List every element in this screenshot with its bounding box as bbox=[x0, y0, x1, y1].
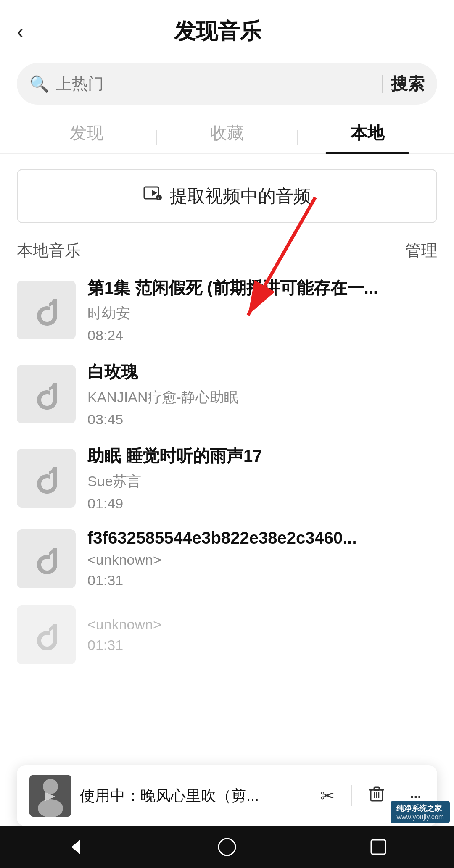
back-button[interactable]: ‹ bbox=[17, 21, 24, 42]
delete-button[interactable] bbox=[361, 786, 393, 806]
list-item[interactable]: <unknown> 01:31 bbox=[17, 597, 437, 673]
now-playing-label: 使用中：晚风心里吹（剪... bbox=[80, 786, 304, 806]
music-title: f3f632585544e3b822e38e2c3460... bbox=[87, 529, 382, 547]
music-artist: KANJIAN疗愈-静心助眠 bbox=[87, 388, 437, 407]
manage-button[interactable]: 管理 bbox=[405, 240, 437, 261]
music-duration: 08:24 bbox=[87, 327, 437, 344]
svg-point-17 bbox=[219, 839, 235, 855]
music-artist: <unknown> bbox=[87, 616, 437, 633]
tab-local[interactable]: 本地 bbox=[298, 121, 437, 153]
search-bar: 🔍 搜索 bbox=[17, 63, 437, 105]
music-list: 第1集 范闲假死 (前期播讲可能存在一... 时幼安 08:24 白玫瑰 KAN… bbox=[0, 268, 454, 673]
music-artist: 时幼安 bbox=[87, 304, 437, 323]
album-cover bbox=[17, 605, 76, 664]
nav-home-button[interactable] bbox=[216, 836, 238, 857]
list-item[interactable]: 助眠 睡觉时听的雨声17 Sue苏言 01:49 bbox=[17, 436, 437, 520]
album-cover bbox=[17, 529, 76, 588]
video-extract-icon: ♪ bbox=[143, 184, 162, 208]
header: ‹ 发现音乐 bbox=[0, 0, 454, 55]
search-icon: 🔍 bbox=[29, 75, 49, 93]
now-playing-bar: 使用中：晚风心里吹（剪... ✂ ··· bbox=[17, 765, 437, 826]
now-playing-cover bbox=[29, 775, 71, 817]
music-artist: Sue苏言 bbox=[87, 472, 437, 491]
tab-bar: 发现 收藏 本地 bbox=[0, 121, 454, 154]
watermark-line1: 纯净系统之家 bbox=[396, 803, 444, 813]
list-item[interactable]: 白玫瑰 KANJIAN疗愈-静心助眠 03:45 bbox=[17, 352, 437, 436]
svg-rect-12 bbox=[374, 787, 379, 790]
music-title: 白玫瑰 bbox=[87, 360, 382, 384]
svg-text:♪: ♪ bbox=[158, 195, 160, 200]
album-cover bbox=[17, 365, 76, 423]
music-info: 第1集 范闲假死 (前期播讲可能存在一... 时幼安 08:24 bbox=[87, 276, 437, 344]
tab-discover[interactable]: 发现 bbox=[17, 121, 156, 153]
list-item[interactable]: 第1集 范闲假死 (前期播讲可能存在一... 时幼安 08:24 bbox=[17, 268, 437, 352]
music-info: 助眠 睡觉时听的雨声17 Sue苏言 01:49 bbox=[87, 445, 437, 512]
music-info: f3f632585544e3b822e38e2c3460... <unknown… bbox=[87, 529, 437, 589]
search-divider bbox=[382, 75, 383, 93]
svg-marker-1 bbox=[152, 190, 157, 196]
music-duration: 03:45 bbox=[87, 411, 437, 428]
svg-point-7 bbox=[43, 779, 58, 794]
page-title: 发现音乐 bbox=[24, 17, 412, 46]
section-title: 本地音乐 bbox=[17, 240, 81, 261]
svg-rect-18 bbox=[371, 840, 385, 854]
album-cover bbox=[17, 449, 76, 508]
music-title: 助眠 睡觉时听的雨声17 bbox=[87, 445, 382, 468]
nav-back-button[interactable] bbox=[65, 836, 86, 857]
music-duration: 01:31 bbox=[87, 572, 437, 589]
nav-recents-button[interactable] bbox=[368, 836, 389, 857]
bottom-nav bbox=[0, 826, 454, 868]
svg-marker-16 bbox=[71, 840, 80, 854]
music-duration: 01:49 bbox=[87, 495, 437, 512]
album-cover bbox=[17, 281, 76, 339]
music-artist: <unknown> bbox=[87, 552, 437, 568]
svg-point-8 bbox=[38, 799, 63, 817]
music-duration: 01:31 bbox=[87, 637, 437, 653]
list-item[interactable]: f3f632585544e3b822e38e2c3460... <unknown… bbox=[17, 520, 437, 597]
scissors-button[interactable]: ✂ bbox=[312, 786, 343, 805]
music-info: <unknown> 01:31 bbox=[87, 616, 437, 653]
watermark-line2: www.youjiy.com bbox=[396, 813, 444, 821]
tab-favorites[interactable]: 收藏 bbox=[157, 121, 297, 153]
search-button[interactable]: 搜索 bbox=[391, 72, 425, 95]
music-info: 白玫瑰 KANJIAN疗愈-静心助眠 03:45 bbox=[87, 360, 437, 428]
music-title: 第1集 范闲假死 (前期播讲可能存在一... bbox=[87, 276, 382, 300]
extract-btn-label: 提取视频中的音频 bbox=[170, 184, 311, 208]
now-playing-divider bbox=[351, 785, 352, 806]
cover-person-image bbox=[29, 775, 71, 817]
watermark: 纯净系统之家 www.youjiy.com bbox=[391, 801, 450, 823]
extract-video-button[interactable]: ♪ 提取视频中的音频 bbox=[17, 169, 437, 223]
search-input[interactable] bbox=[56, 75, 373, 93]
section-header: 本地音乐 管理 bbox=[0, 231, 454, 268]
